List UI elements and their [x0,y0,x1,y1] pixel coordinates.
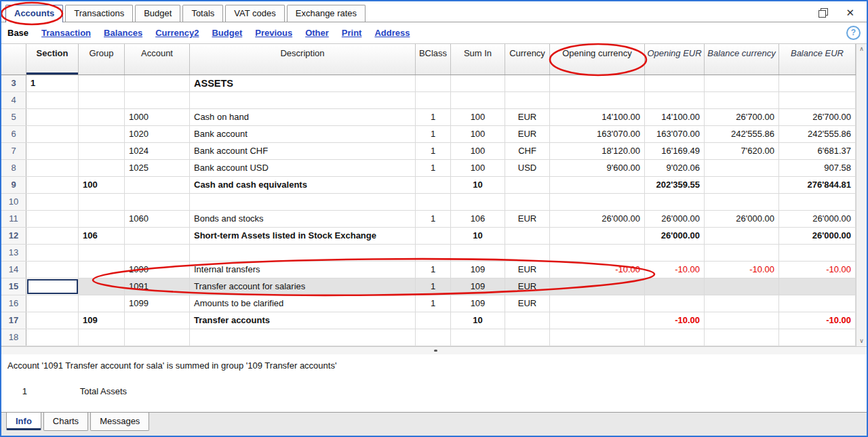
tab-vat-codes[interactable]: VAT codes [225,5,284,22]
cell-balance_eur-row-9[interactable]: 276'844.81 [779,177,856,193]
cell-account-row-17[interactable] [125,312,190,329]
cell-currency-row-12[interactable] [505,228,550,244]
column-header-section[interactable]: Section [26,44,79,75]
cell-opening_eur-row-7[interactable]: 16'169.49 [645,143,705,159]
cell-sumin-row-5[interactable]: 100 [451,109,505,125]
cell-opening_currency-row-8[interactable]: 9'600.00 [550,160,645,176]
cell-account-row-11[interactable]: 1060 [125,211,190,227]
cell-section-row-15[interactable] [26,278,79,295]
cell-account-row-16[interactable]: 1099 [125,295,190,312]
cell-account-row-3[interactable] [125,75,190,91]
column-header-account[interactable]: Account [125,44,190,75]
cell-section-row-5[interactable] [26,109,79,125]
panel-splitter[interactable] [1,346,867,354]
cell-group-row-9[interactable]: 100 [79,177,125,193]
cell-opening_currency-row-16[interactable] [550,295,645,312]
column-header-sum-in[interactable]: Sum In [451,44,505,75]
cell-currency-row-7[interactable]: CHF [505,143,550,159]
cell-group-row-4[interactable] [79,92,125,108]
cell-sumin-row-11[interactable]: 106 [451,211,505,227]
column-header-currency[interactable]: Currency [505,44,550,75]
cell-sumin-row-8[interactable]: 100 [451,160,505,176]
cell-group-row-8[interactable] [79,160,125,176]
cell-opening_eur-row-17[interactable]: -10.00 [645,312,705,329]
cell-description-row-12[interactable]: Short-term Assets listed in Stock Exchan… [190,228,416,244]
row-number-6[interactable]: 6 [1,126,26,142]
cell-balance_eur-row-16[interactable] [779,295,856,312]
cell-bclass-row-12[interactable] [416,228,451,244]
cell-sumin-row-12[interactable]: 10 [451,228,505,244]
cell-opening_eur-row-10[interactable] [645,194,705,210]
cell-opening_eur-row-11[interactable]: 26'000.00 [645,211,705,227]
tab-exchange-rates[interactable]: Exchange rates [287,5,366,22]
cell-balance_eur-row-12[interactable]: 26'000.00 [779,228,856,244]
cell-bclass-row-16[interactable]: 1 [416,295,451,312]
cell-account-row-18[interactable] [125,329,190,346]
tab-budget[interactable]: Budget [135,5,180,22]
row-number-3[interactable]: 3 [1,75,26,91]
cell-opening_eur-row-3[interactable] [645,75,705,91]
cell-currency-row-4[interactable] [505,92,550,108]
cell-currency-row-6[interactable]: EUR [505,126,550,142]
row-number-13[interactable]: 13 [1,245,26,261]
cell-sumin-row-3[interactable] [451,75,505,91]
cell-currency-row-3[interactable] [505,75,550,91]
cell-balance_currency-row-14[interactable]: -10.00 [705,262,779,278]
cell-description-row-7[interactable]: Bank account CHF [190,143,416,159]
cell-description-row-10[interactable] [190,194,416,210]
cell-opening_eur-row-16[interactable] [645,295,705,312]
cell-balance_eur-row-10[interactable] [779,194,856,210]
cell-bclass-row-15[interactable]: 1 [416,278,451,295]
cell-account-row-4[interactable] [125,92,190,108]
row-number-15[interactable]: 15 [1,278,26,295]
cell-bclass-row-14[interactable]: 1 [416,262,451,278]
cell-section-row-9[interactable] [26,177,79,193]
cell-sumin-row-16[interactable]: 109 [451,295,505,312]
cell-account-row-8[interactable]: 1025 [125,160,190,176]
cell-bclass-row-6[interactable]: 1 [416,126,451,142]
column-header-balance-currency[interactable]: Balance currency [705,44,779,75]
cell-opening_currency-row-4[interactable] [550,92,645,108]
tab-transactions[interactable]: Transactions [65,5,133,22]
cell-opening_currency-row-9[interactable] [550,177,645,193]
view-link-currency2[interactable]: Currency2 [155,28,199,38]
cell-currency-row-13[interactable] [505,245,550,261]
cell-balance_eur-row-13[interactable] [779,245,856,261]
cell-opening_currency-row-12[interactable] [550,228,645,244]
cell-group-row-17[interactable]: 109 [79,312,125,329]
scroll-down-icon[interactable]: ∨ [859,338,864,344]
cell-section-row-12[interactable] [26,228,79,244]
row-number-17[interactable]: 17 [1,312,26,329]
cell-currency-row-11[interactable]: EUR [505,211,550,227]
cell-description-row-14[interactable]: Internal transfers [190,262,416,278]
cell-bclass-row-3[interactable] [416,75,451,91]
close-window-icon[interactable]: ✕ [846,8,854,18]
cell-section-row-17[interactable] [26,312,79,329]
cell-opening_eur-row-12[interactable]: 26'000.00 [645,228,705,244]
cell-section-row-13[interactable] [26,245,79,261]
cell-balance_eur-row-14[interactable]: -10.00 [779,262,856,278]
cell-bclass-row-7[interactable]: 1 [416,143,451,159]
cell-balance_eur-row-17[interactable]: -10.00 [779,312,856,329]
cell-bclass-row-5[interactable]: 1 [416,109,451,125]
cell-description-row-6[interactable]: Bank account [190,126,416,142]
cell-opening_eur-row-8[interactable]: 9'020.06 [645,160,705,176]
scroll-up-icon[interactable]: ∧ [859,46,864,52]
cell-bclass-row-18[interactable] [416,329,451,346]
row-number-9[interactable]: 9 [1,177,26,193]
cell-section-row-16[interactable] [26,295,79,312]
tab-totals[interactable]: Totals [182,5,223,22]
row-number-16[interactable]: 16 [1,295,26,312]
cell-opening_eur-row-9[interactable]: 202'359.55 [645,177,705,193]
cell-currency-row-14[interactable]: EUR [505,262,550,278]
cell-balance_currency-row-3[interactable] [705,75,779,91]
cell-opening_eur-row-4[interactable] [645,92,705,108]
cell-section-row-8[interactable] [26,160,79,176]
cell-sumin-row-6[interactable]: 100 [451,126,505,142]
cell-opening_currency-row-18[interactable] [550,329,645,346]
cell-balance_eur-row-8[interactable]: 907.58 [779,160,856,176]
cell-opening_eur-row-15[interactable] [645,278,705,295]
cell-opening_currency-row-14[interactable]: -10.00 [550,262,645,278]
cell-description-row-15[interactable]: Transfer account for salaries [190,278,416,295]
cell-balance_currency-row-8[interactable] [705,160,779,176]
